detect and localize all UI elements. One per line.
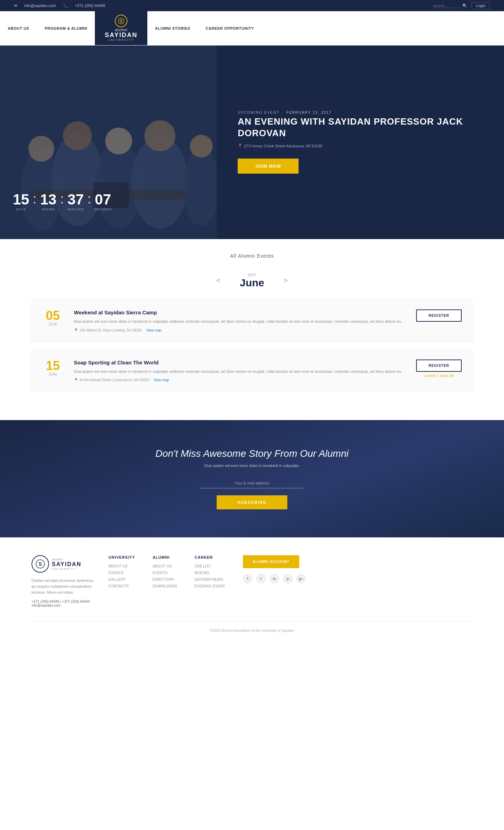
event-title-2: Soap Sporting at Clean The World: [74, 360, 406, 365]
days-label: Days: [10, 208, 31, 211]
social-icons: f t in p g+: [243, 574, 306, 584]
footer-university-contacts[interactable]: CONTACTS: [108, 584, 135, 588]
section-title: All Alumni Events: [31, 253, 472, 262]
footer-brand-text: alumni SAYIDAN UNIVERSITY: [52, 558, 82, 571]
view-map-link-1[interactable]: View map: [146, 328, 161, 332]
countdown-days: 15 Days: [10, 192, 31, 211]
hours-label: Hours: [38, 208, 59, 211]
event-day-1: 05: [42, 309, 63, 322]
days-number: 15: [10, 192, 31, 207]
footer-career-joblist[interactable]: JOB LIST: [195, 564, 225, 568]
countdown-minutes: 37 Minutes: [65, 192, 86, 211]
footer-career-evening[interactable]: EVENING EVENT: [195, 584, 225, 588]
nav-about-us[interactable]: ABOUT US: [0, 21, 37, 35]
event-location-2: 📍 44 Arrowhead Street Londonderry, NH 03…: [74, 378, 406, 382]
footer-university-gallery[interactable]: GALLERY: [108, 578, 135, 581]
month-nav: < 2017 June >: [31, 273, 472, 289]
hero-section: 15 Days : 13 Hours : 37 Minutes : 07 Sec…: [0, 46, 504, 239]
footer-brand-italic: alumni: [52, 558, 82, 561]
month-display: 2017 June: [231, 273, 273, 289]
join-now-button[interactable]: Join Now: [238, 159, 299, 174]
footer-top: S alumni SAYIDAN UNIVERSITY Claritas est…: [31, 555, 472, 607]
nav-logo[interactable]: S alumni SAYIDAN UNIVERSITY: [95, 11, 147, 45]
event-title-1: Weekend at Sayidan Sierra Camp: [74, 309, 406, 315]
search-bar[interactable]: 🔍: [433, 4, 467, 8]
year-label: 2017: [231, 273, 273, 277]
phone-link[interactable]: +371 (256) 64445: [75, 4, 105, 8]
twitter-icon[interactable]: t: [256, 574, 266, 584]
nav-right: ALUMNI STORIES CAREER OPPORTUNITY: [147, 21, 262, 35]
register-button-1[interactable]: REGISTER: [416, 309, 462, 322]
event-day-2: 15: [42, 360, 63, 372]
prev-month-button[interactable]: <: [206, 274, 231, 287]
top-bar-right: 🔍 Login: [433, 2, 490, 9]
copyright-text: ©2016 Alumni Association of the Universi…: [210, 629, 294, 633]
linkedin-icon[interactable]: in: [270, 574, 279, 584]
footer-alumni-about[interactable]: ABOUT US: [153, 564, 177, 568]
footer-alumni-events[interactable]: EVENTS: [153, 571, 177, 575]
next-month-button[interactable]: >: [273, 274, 298, 287]
nav-program-alumni[interactable]: PROGRAM & ALUMNI: [37, 21, 95, 35]
alumni-account-button[interactable]: ALUMNI ACCOUNT: [243, 555, 299, 568]
event-body-2: Soap Sporting at Clean The World Duis au…: [74, 360, 406, 382]
event-card-1: 05 JUN Weekend at Sayidan Sierra Camp Du…: [31, 299, 472, 342]
facebook-icon[interactable]: f: [243, 574, 253, 584]
countdown-seconds: 07 Seconds: [92, 192, 113, 211]
main-nav: ABOUT US PROGRAM & ALUMNI S alumni SAYID…: [0, 11, 504, 46]
event-date-1: 05 JUN: [42, 309, 63, 326]
subscribe-subtitle: Duis autem vel eum iriure dolor in hendr…: [14, 463, 490, 468]
footer-logo: S alumni SAYIDAN UNIVERSITY: [31, 555, 94, 573]
hours-number: 13: [38, 192, 59, 207]
nav-alumni-stories[interactable]: ALUMNI STORIES: [147, 21, 198, 35]
footer-bottom: ©2016 Alumni Association of the Universi…: [31, 621, 472, 633]
event-action-1: REGISTER: [416, 309, 462, 322]
footer-career-boeing[interactable]: BOEING: [195, 571, 225, 575]
footer-university-about[interactable]: ABOUT US: [108, 564, 135, 568]
subscribe-button[interactable]: SUBSCRIBE: [217, 495, 288, 509]
footer-brand: S alumni SAYIDAN UNIVERSITY Claritas est…: [31, 555, 94, 607]
search-input[interactable]: [433, 4, 461, 8]
month-name: June: [231, 277, 273, 289]
footer-col-career: CAREER JOB LIST BOEING SAYIDAN NEWS EVEN…: [195, 555, 225, 607]
seconds-label: Seconds: [92, 208, 113, 211]
address-text: 273 Honey Creek Street Kaukauna, WI 5413…: [244, 144, 322, 148]
svg-text:S: S: [120, 19, 122, 23]
footer-alumni-directory[interactable]: DIRECTORY: [153, 578, 177, 581]
event-month-1: JUN: [42, 322, 63, 326]
login-button[interactable]: Login: [471, 2, 490, 9]
event-card-2: 15 JUN Soap Sporting at Clean The World …: [31, 349, 472, 392]
hero-content: UPCOMING EVENT FEBRUARY 13, 2017 AN EVEN…: [217, 46, 504, 239]
footer-phone: +371 (256) 64445 | +371 (256) 64444: [31, 600, 94, 604]
email-input[interactable]: [200, 478, 304, 488]
footer-col-alumni-title: ALUMNI: [153, 555, 177, 559]
googleplus-icon[interactable]: g+: [296, 574, 306, 584]
footer-col-university: UNIVERSITY ABOUT US EVENTS GALLERY CONTA…: [108, 555, 135, 607]
pinterest-icon[interactable]: p: [283, 574, 293, 584]
view-map-link-2[interactable]: View map: [154, 378, 169, 382]
footer-university-events[interactable]: EVENTS: [108, 571, 135, 575]
minutes-number: 37: [65, 192, 86, 207]
event-desc-2: Duis autem vel eum iriure dolor in hendr…: [74, 368, 406, 375]
minutes-label: Minutes: [65, 208, 86, 211]
location-icon-1: 📍: [74, 328, 78, 332]
address-1: 160 Market St. Mays Landing, NJ 08330: [79, 328, 142, 332]
event-tag: UPCOMING EVENT: [238, 111, 279, 114]
seats-left-label: Limited: 2 seats left: [424, 374, 454, 378]
register-button-2[interactable]: REGISTER: [416, 360, 462, 372]
email-link[interactable]: info@sayidan.com: [24, 4, 56, 8]
subscribe-content: Don't Miss Awesome Story From Our Alumni…: [14, 448, 490, 509]
footer-career-news[interactable]: SAYIDAN NEWS: [195, 578, 225, 581]
event-title: AN EVENING WITH SAYIDAN PROFESSOR JACK D…: [238, 116, 483, 139]
location-icon: 📍: [238, 144, 243, 148]
nav-left: ABOUT US PROGRAM & ALUMNI: [0, 21, 95, 35]
logo-main-text: SAYIDAN: [105, 32, 137, 38]
event-address: 📍 273 Honey Creek Street Kaukauna, WI 54…: [238, 144, 483, 148]
footer-brand-main: SAYIDAN: [52, 561, 82, 567]
footer-columns: UNIVERSITY ABOUT US EVENTS GALLERY CONTA…: [108, 555, 472, 607]
nav-career-opportunity[interactable]: CAREER OPPORTUNITY: [198, 21, 262, 35]
footer-col-alumni: ALUMNI ABOUT US EVENTS DIRECTORY DOWNLOA…: [153, 555, 177, 607]
footer-alumni-downloads[interactable]: DOWNLOADS: [153, 584, 177, 588]
countdown-hours: 13 Hours: [38, 192, 59, 211]
footer: S alumni SAYIDAN UNIVERSITY Claritas est…: [0, 537, 504, 640]
sep-1: :: [31, 192, 38, 206]
